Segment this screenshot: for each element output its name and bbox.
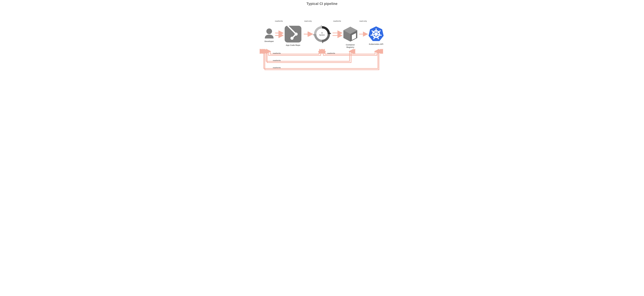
registry-label-1: Container [346,44,355,46]
k8s-label: Kubernetes API [369,43,383,45]
svg-point-0 [266,28,272,34]
svg-point-29 [370,35,372,36]
svg-point-26 [380,35,382,36]
label-dev-ci: read/write [273,52,281,54]
svg-point-23 [375,33,377,35]
label-dev-registry: read/write [273,59,281,61]
svg-point-30 [372,30,372,31]
svg-point-27 [378,38,379,39]
svg-point-24 [376,28,376,29]
ci-label-1: CI [321,32,323,34]
repo-icon [285,26,302,42]
diagram-canvas: Developer App Code Repo [222,0,422,81]
registry-label-2: Registry [346,46,354,48]
repo-label: App Code Repo [286,44,300,46]
ci-label-2: System [319,34,325,36]
developer-label: Developer [264,40,274,42]
edge-label-ci-registry: read/write [333,20,341,22]
svg-point-28 [374,38,374,39]
svg-point-25 [380,30,380,31]
registry-icon [344,27,357,41]
label-ci-k8s: read/write [327,52,335,54]
edge-label-registry-k8s: read-only [359,20,367,22]
edge-label-repo-ci: read-only [304,20,312,22]
svg-point-5 [290,37,294,40]
k8s-icon [369,26,384,41]
edge-label-dev-repo: read/write [275,20,283,22]
developer-icon [265,28,274,38]
svg-rect-1 [285,26,302,42]
svg-point-4 [294,32,298,36]
label-dev-k8s: read/write [273,67,281,69]
